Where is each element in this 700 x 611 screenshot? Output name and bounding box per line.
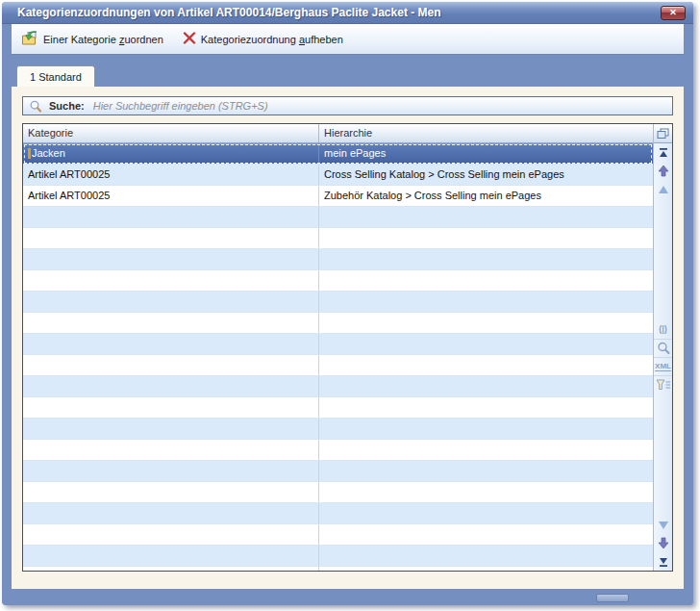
grid-rows: Jackenmein ePagesArtikel ART00025Cross S… [23,143,653,571]
cell-hierarchie [318,207,653,227]
filter-icon[interactable] [654,375,672,394]
cell-kategorie [23,567,318,571]
table-row[interactable] [23,313,653,334]
remove-assignment-x-icon [183,32,196,46]
table-row[interactable]: Artikel ART00025Cross Selling Katalog > … [23,165,653,186]
cell-hierarchie [318,524,653,545]
table-row[interactable] [23,419,653,440]
cell-kategorie [23,546,318,566]
table-row[interactable] [23,461,653,482]
table-row[interactable]: Artikel ART00025Zubehör Katalog > Cross … [23,186,653,207]
cell-hierarchie [318,461,653,481]
column-header-hierarchie[interactable]: Hierarchie [318,124,653,142]
cell-kategorie [23,376,318,396]
assign-category-button[interactable]: Einer Kategorie zuordnen [21,31,163,48]
cell-hierarchie [318,313,653,333]
title-bar[interactable]: Kategorienzuordnungen von Artikel ART000… [2,2,693,24]
window-title: Kategorienzuordnungen von Artikel ART000… [2,2,693,24]
cell-kategorie [23,313,318,333]
table-row[interactable] [23,270,653,292]
step-down-icon[interactable] [654,516,672,534]
cell-kategorie [23,292,318,312]
table-row[interactable] [23,397,653,419]
search-label: Suche: [49,100,85,112]
table-row[interactable] [23,355,653,376]
cell-hierarchie: Cross Selling Katalog > Cross Selling me… [318,165,653,185]
dialog-window: Kategorienzuordnungen von Artikel ART000… [2,2,693,605]
cell-hierarchie [318,270,653,291]
cell-hierarchie [318,567,653,571]
cell-kategorie [23,249,318,269]
category-grid: Kategorie Hierarchie Jackenmein ePagesAr… [22,123,673,572]
scroll-to-top-icon[interactable] [654,143,672,162]
step-up-icon[interactable] [654,180,672,198]
page-down-icon[interactable] [654,534,672,552]
cell-kategorie [23,355,318,375]
cell-hierarchie [318,249,653,269]
cell-hierarchie [318,376,653,396]
cell-hierarchie [318,228,653,248]
assign-category-label: Einer Kategorie zuordnen [43,34,163,45]
tab-band: 1 Standard [12,55,684,87]
table-row[interactable] [23,440,653,461]
search-icon [29,100,42,113]
table-row[interactable] [23,292,653,313]
tab-standard[interactable]: 1 Standard [16,65,95,87]
resize-grip[interactable] [596,594,629,602]
tab-content: Suche: Kategorie Hierarchie Jackenmein e… [12,87,684,589]
cell-kategorie: Artikel ART00025 [23,186,318,206]
table-row[interactable] [23,334,653,355]
table-row[interactable] [23,228,653,249]
cell-kategorie [23,207,318,227]
cell-kategorie [23,419,318,439]
cell-hierarchie: mein ePages [318,143,653,164]
toolbar: Einer Kategorie zuordnen Kategoriezuordn… [12,24,684,55]
cell-hierarchie [318,397,653,418]
table-row[interactable]: Jackenmein ePages [23,143,653,165]
remove-assignment-label: Kategoriezuordnung aufheben [201,34,343,45]
cell-kategorie: Artikel ART00025 [23,165,318,185]
table-row[interactable] [23,207,653,228]
cell-kategorie [23,440,318,460]
cell-kategorie [23,334,318,354]
cell-kategorie [23,228,318,248]
page-up-icon[interactable] [654,162,672,180]
grid-table: Kategorie Hierarchie Jackenmein ePagesAr… [23,124,653,571]
cell-kategorie: Jacken [23,143,318,164]
column-width-icon[interactable]: (|) [654,320,672,339]
cell-hierarchie [318,546,653,566]
column-header-kategorie[interactable]: Kategorie [23,124,318,142]
xml-export-icon[interactable]: XML [654,357,672,375]
column-chooser-icon[interactable] [654,124,672,143]
cell-hierarchie [318,419,653,439]
grid-side-toolbar: (|) XML [653,124,672,571]
table-row[interactable] [23,482,653,503]
close-button[interactable]: ✕ [661,6,686,20]
grid-search-icon[interactable] [654,339,672,357]
search-input[interactable] [85,100,672,112]
cell-hierarchie: Zubehör Katalog > Cross Selling mein ePa… [318,186,653,206]
table-row[interactable] [23,524,653,546]
edit-caret [28,148,31,159]
cell-kategorie [23,461,318,481]
cell-hierarchie [318,440,653,460]
cell-hierarchie [318,292,653,312]
table-row[interactable] [23,249,653,270]
table-row[interactable] [23,546,653,567]
cell-kategorie [23,524,318,545]
remove-assignment-button[interactable]: Kategoriezuordnung aufheben [183,32,343,46]
cell-kategorie [23,482,318,502]
table-row[interactable] [23,503,653,524]
cell-hierarchie [318,355,653,375]
search-bar[interactable]: Suche: [22,96,673,115]
cell-kategorie [23,397,318,418]
table-row[interactable] [23,567,653,571]
cell-kategorie [23,503,318,523]
cell-hierarchie [318,503,653,523]
cell-hierarchie [318,482,653,502]
table-row[interactable] [23,376,653,397]
grid-header: Kategorie Hierarchie [23,124,653,143]
scroll-to-bottom-icon[interactable] [654,552,672,571]
cell-hierarchie [318,334,653,354]
assign-category-icon [21,31,38,48]
